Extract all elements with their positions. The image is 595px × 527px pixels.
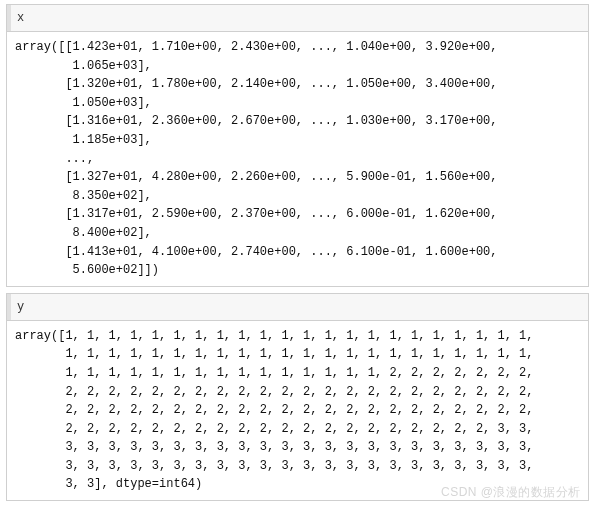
code-cell-y: y array([1, 1, 1, 1, 1, 1, 1, 1, 1, 1, 1… <box>6 293 589 501</box>
output-area-y: array([1, 1, 1, 1, 1, 1, 1, 1, 1, 1, 1, … <box>7 321 588 500</box>
input-prompt-x[interactable]: x <box>7 5 588 32</box>
code-cell-x: x array([[1.423e+01, 1.710e+00, 2.430e+0… <box>6 4 589 287</box>
output-area-x: array([[1.423e+01, 1.710e+00, 2.430e+00,… <box>7 32 588 286</box>
input-prompt-y[interactable]: y <box>7 294 588 321</box>
